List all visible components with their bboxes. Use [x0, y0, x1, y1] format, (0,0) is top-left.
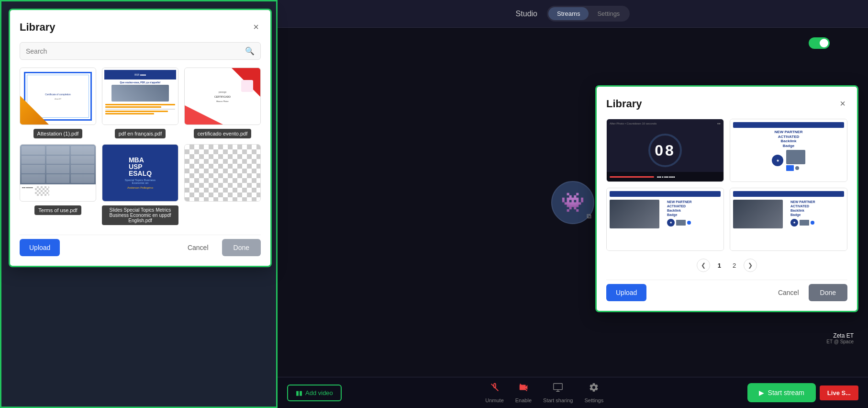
partner-title-1: NEW PARTNERACTIVATEDBacklinkBadge [775, 130, 803, 148]
list-item[interactable]: Certificate of completion Zeta ET Attest… [20, 68, 96, 138]
start-sharing-action[interactable]: Start sharing [543, 382, 573, 403]
library-modal-right: Library × 08 After Photo • Countdown 10 … [595, 85, 858, 312]
toggle-container [809, 37, 830, 49]
avatar-container: 👾 ⧉ [551, 181, 594, 224]
upload-button-right[interactable]: Upload [606, 284, 646, 301]
list-item[interactable]: NEW PARTNERACTIVATEDBacklinkBadge ★ [730, 188, 847, 251]
toggle-switch[interactable] [809, 37, 830, 49]
cancel-button-left[interactable]: Cancel [180, 239, 216, 256]
partner-badge-1: ★ [772, 155, 783, 166]
enable-action[interactable]: Enable [515, 382, 532, 403]
toggle-knob [820, 39, 828, 47]
done-button-right[interactable]: Done [809, 284, 847, 301]
live-badge: Live S... [820, 385, 858, 400]
unmute-action[interactable]: Unmute [485, 382, 504, 403]
svg-rect-2 [554, 384, 562, 390]
modal-title-right: Library [606, 98, 642, 110]
play-icon: ▶ [759, 389, 764, 397]
page-1[interactable]: 1 [714, 260, 725, 271]
tab-streams[interactable]: Streams [548, 7, 589, 20]
studio-area: Studio Streams Settings 👾 ⧉ Zeta ET ET @… [278, 0, 868, 408]
file-thumbnail-pdf-fr: BSR ■■■■ Que voulez-vous, PDF, ça s'appe… [102, 68, 178, 125]
settings-icon [589, 382, 599, 396]
list-item[interactable]: NEW PARTNERACTIVATEDBacklinkBadge ★ [606, 188, 724, 251]
file-thumbnail-attestation: Certificate of completion Zeta ET [20, 68, 96, 125]
add-video-label: Add video [305, 389, 333, 397]
footer-right-actions: Cancel Done [774, 284, 847, 301]
close-button-left[interactable]: × [251, 20, 261, 34]
file-grid-left: Certificate of completion Zeta ET Attest… [20, 68, 261, 225]
video-icon: ▮▮ [296, 389, 302, 397]
list-item[interactable] [184, 144, 261, 225]
bottom-actions: Unmute Enable [485, 382, 603, 403]
left-panel: Library × 🔍 Certificate of completion Ze… [0, 0, 278, 408]
list-item[interactable]: NEW PARTNERACTIVATEDBacklinkBadge ★ [730, 119, 847, 182]
file-thumbnail-checker [184, 144, 261, 202]
enable-label: Enable [515, 397, 532, 403]
search-input-left[interactable] [26, 47, 245, 55]
file-thumbnail-mba: MBAUSPESALQ Special Topics BusinessEcono… [102, 144, 178, 202]
user-label: Zeta ET ET @ Space [826, 332, 854, 344]
file-thumbnail-terms: ■■■ ■■■■■■ [20, 144, 96, 202]
add-video-button[interactable]: ▮▮ Add video [287, 385, 342, 401]
right-thumbnail-partner1: NEW PARTNERACTIVATEDBacklinkBadge ★ [730, 119, 847, 181]
start-stream-button[interactable]: ▶ Start stream [747, 383, 816, 402]
right-file-grid: 08 After Photo • Countdown 10 seconds ●●… [606, 119, 847, 251]
start-sharing-label: Start sharing [543, 397, 573, 403]
user-name: Zeta ET [833, 332, 854, 339]
start-stream-label: Start stream [768, 389, 804, 397]
avatar-emoji: 👾 [561, 191, 585, 214]
list-item[interactable]: ■■■ ■■■■■■ Terms of use.pdf [20, 144, 96, 225]
modal-title-left: Library [20, 21, 56, 34]
tab-settings[interactable]: Settings [589, 7, 628, 20]
upload-button-left[interactable]: Upload [20, 239, 60, 256]
close-button-right[interactable]: × [838, 96, 847, 111]
settings-action[interactable]: Settings [584, 382, 603, 403]
modal-footer-left: Upload Cancel Done [20, 235, 261, 256]
modal-header-left: Library × [20, 20, 261, 34]
file-label: certificado evento.pdf [194, 129, 252, 138]
right-thumbnail-partner3: NEW PARTNERACTIVATEDBacklinkBadge ★ [730, 188, 847, 250]
file-label: pdf en français.pdf [115, 129, 166, 138]
search-icon-left: 🔍 [245, 46, 255, 56]
countdown-progress [610, 176, 654, 178]
file-label: Attestation (1).pdf [33, 129, 83, 138]
unmute-label: Unmute [485, 397, 504, 403]
page-2[interactable]: 2 [729, 260, 740, 271]
list-item[interactable]: MBAUSPESALQ Special Topics BusinessEcono… [102, 144, 178, 225]
list-item[interactable]: 08 After Photo • Countdown 10 seconds ●●… [606, 119, 724, 182]
prev-page-button[interactable]: ❮ [697, 259, 710, 272]
studio-content: 👾 ⧉ Zeta ET ET @ Space Library × [278, 28, 868, 377]
pagination: ❮ 1 2 ❯ [606, 259, 847, 272]
library-modal-left: Library × 🔍 Certificate of completion Ze… [9, 9, 272, 267]
tab-group: Streams Settings [547, 6, 630, 22]
microphone-icon [490, 382, 500, 396]
list-item[interactable]: peeege CERTIFICADO Marcos Pfister certif… [184, 68, 261, 138]
expand-icon[interactable]: ⧉ [587, 212, 591, 220]
search-bar-left: 🔍 [20, 42, 261, 60]
bottom-bar: ▮▮ Add video Unmute [278, 377, 868, 408]
cancel-button-right[interactable]: Cancel [774, 284, 803, 301]
modal-footer-right: Upload Cancel Done [606, 280, 847, 301]
camera-icon [518, 382, 529, 396]
modal-header-right: Library × [606, 96, 847, 111]
list-item[interactable]: BSR ■■■■ Que voulez-vous, PDF, ça s'appe… [102, 68, 178, 138]
svg-line-0 [491, 384, 498, 391]
file-label: Slides Special Topics Metrics Business E… [102, 205, 178, 225]
right-thumbnail-countdown: 08 After Photo • Countdown 10 seconds ●●… [607, 119, 723, 181]
file-thumbnail-certificado: peeege CERTIFICADO Marcos Pfister [184, 68, 261, 125]
user-sub: ET @ Space [826, 339, 854, 344]
done-button-left[interactable]: Done [222, 239, 261, 256]
studio-title: Studio [516, 10, 537, 18]
settings-label: Settings [584, 397, 603, 403]
next-page-button[interactable]: ❯ [744, 259, 757, 272]
share-screen-icon [553, 382, 563, 396]
right-thumbnail-partner2: NEW PARTNERACTIVATEDBacklinkBadge ★ [607, 188, 723, 250]
studio-header: Studio Streams Settings [278, 0, 868, 28]
file-label: Terms of use.pdf [34, 205, 81, 215]
